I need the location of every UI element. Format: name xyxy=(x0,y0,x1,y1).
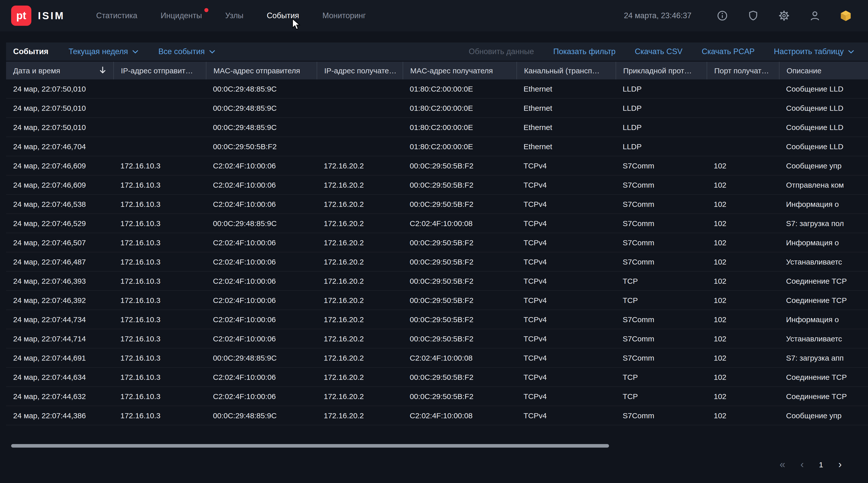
table-cell: C2:02:4F:10:00:06 xyxy=(206,277,317,285)
table-cell: 00:0C:29:50:5B:F2 xyxy=(403,181,517,189)
table-row[interactable]: 24 мар, 22:07:44,632172.16.10.3C2:02:4F:… xyxy=(6,387,868,406)
first-page-button[interactable]: « xyxy=(779,459,785,469)
gear-icon[interactable] xyxy=(777,9,791,23)
table-cell: Сообщение упр xyxy=(779,411,868,420)
table-cell: 172.16.20.2 xyxy=(317,161,403,170)
nav-item-nodes[interactable]: Узлы xyxy=(225,11,243,20)
table-row[interactable]: 24 мар, 22:07:50,01000:0C:29:48:85:9C01:… xyxy=(6,99,868,118)
table-cell: 172.16.20.2 xyxy=(317,411,403,420)
show-filter-button[interactable]: Показать фильтр xyxy=(553,47,616,56)
table-cell: 172.16.10.3 xyxy=(113,392,206,400)
download-csv-button[interactable]: Скачать CSV xyxy=(635,47,683,56)
table-row[interactable]: 24 мар, 22:07:44,734172.16.10.3C2:02:4F:… xyxy=(6,310,868,329)
table-cell: S7Comm xyxy=(616,181,707,189)
table-cell: 00:0C:29:50:5B:F2 xyxy=(403,238,517,247)
info-icon[interactable] xyxy=(715,9,730,23)
table-row[interactable]: 24 мар, 22:07:44,386172.16.10.300:0C:29:… xyxy=(6,406,868,425)
table-row[interactable]: 24 мар, 22:07:50,01000:0C:29:48:85:9C01:… xyxy=(6,118,868,137)
table-cell: 172.16.20.2 xyxy=(317,257,403,266)
table-cell: 00:0C:29:50:5B:F2 xyxy=(403,315,517,324)
nav-item-events[interactable]: События xyxy=(267,11,299,20)
column-header[interactable]: IP-адрес получате… xyxy=(317,62,403,79)
table-cell: 24 мар, 22:07:46,507 xyxy=(6,238,113,247)
table-cell: 00:0C:29:50:5B:F2 xyxy=(403,161,517,170)
pt-logo[interactable]: pt xyxy=(11,6,31,26)
table-cell: 102 xyxy=(707,200,779,208)
table-row[interactable]: 24 мар, 22:07:50,01000:0C:29:48:85:9C01:… xyxy=(6,79,868,99)
table-row[interactable]: 24 мар, 22:07:46,529172.16.10.300:0C:29:… xyxy=(6,214,868,233)
table-cell: C2:02:4F:10:00:06 xyxy=(206,334,317,343)
nav-item-incidents[interactable]: Инциденты xyxy=(161,11,202,20)
column-header-label: MAC-адрес получателя xyxy=(410,66,493,75)
table-row[interactable]: 24 мар, 22:07:46,609172.16.10.3C2:02:4F:… xyxy=(6,175,868,195)
table-cell: 172.16.10.3 xyxy=(113,354,206,362)
table-cell: 102 xyxy=(707,257,779,266)
table-cell: Соединение TCP xyxy=(779,392,868,400)
table-row[interactable]: 24 мар, 22:07:44,714172.16.10.3C2:02:4F:… xyxy=(6,329,868,349)
table-cell: 172.16.10.3 xyxy=(113,411,206,420)
table-cell: LLDP xyxy=(616,85,707,93)
column-header[interactable]: Канальный (трансп… xyxy=(517,62,616,79)
nav-item-label: Узлы xyxy=(225,11,243,20)
nav-item-monitoring[interactable]: Мониторинг xyxy=(322,11,366,20)
table-row[interactable]: 24 мар, 22:07:46,393172.16.10.3C2:02:4F:… xyxy=(6,271,868,291)
table-cell: 24 мар, 22:07:44,386 xyxy=(6,411,113,420)
table-cell: TCP xyxy=(616,277,707,285)
table-row[interactable]: 24 мар, 22:07:46,507172.16.10.3C2:02:4F:… xyxy=(6,233,868,252)
column-header[interactable]: IP-адрес отправит… xyxy=(113,62,206,79)
table-cell: C2:02:4F:10:00:06 xyxy=(206,238,317,247)
column-header[interactable]: Дата и время xyxy=(6,62,113,79)
table-row[interactable]: 24 мар, 22:07:44,691172.16.10.300:0C:29:… xyxy=(6,349,868,368)
column-header[interactable]: Прикладной прот… xyxy=(616,62,707,79)
column-header[interactable]: MAC-адрес отправителя xyxy=(206,62,317,79)
table-cell: 172.16.10.3 xyxy=(113,315,206,324)
package-icon[interactable] xyxy=(839,9,853,23)
table-cell: 00:0C:29:50:5B:F2 xyxy=(206,142,317,151)
table-row[interactable]: 24 мар, 22:07:46,392172.16.10.3C2:02:4F:… xyxy=(6,291,868,310)
download-pcap-button[interactable]: Скачать PCAP xyxy=(702,47,755,56)
column-header[interactable]: Описание xyxy=(779,62,868,79)
table-cell: 172.16.20.2 xyxy=(317,392,403,400)
table-cell: 00:0C:29:50:5B:F2 xyxy=(403,200,517,208)
table-cell: Ethernet xyxy=(517,85,616,93)
refresh-data-button[interactable]: Обновить данные xyxy=(469,47,534,56)
configure-table-dropdown[interactable]: Настроить таблицу xyxy=(774,47,854,56)
horizontal-scrollbar[interactable] xyxy=(11,444,609,448)
table-row[interactable]: 24 мар, 22:07:46,609172.16.10.3C2:02:4F:… xyxy=(6,156,868,175)
table-cell: Ethernet xyxy=(517,142,616,151)
table-cell: C2:02:4F:10:00:06 xyxy=(206,181,317,189)
period-dropdown[interactable]: Текущая неделя xyxy=(68,47,138,56)
table-cell: TCP xyxy=(616,392,707,400)
next-page-button[interactable]: › xyxy=(838,459,842,469)
table-cell: TCPv4 xyxy=(517,219,616,228)
nav-item-label: События xyxy=(267,11,299,20)
table-cell: S7Comm xyxy=(616,354,707,362)
table-row[interactable]: 24 мар, 22:07:46,70400:0C:29:50:5B:F201:… xyxy=(6,137,868,156)
prev-page-button[interactable]: ‹ xyxy=(801,459,804,469)
event-type-dropdown[interactable]: Все события xyxy=(158,47,215,56)
table-cell: S7Comm xyxy=(616,161,707,170)
table-cell: Сообщение LLD xyxy=(779,142,868,151)
main-nav: СтатистикаИнцидентыУзлыСобытияМониторинг xyxy=(96,11,366,20)
chevron-down-icon xyxy=(209,50,215,53)
table-row[interactable]: 24 мар, 22:07:44,634172.16.10.3C2:02:4F:… xyxy=(6,368,868,387)
table-cell: TCPv4 xyxy=(517,238,616,247)
column-header[interactable]: Порт получат… xyxy=(707,62,779,79)
table-cell: S7: загрузка апп xyxy=(779,354,868,362)
nav-item-label: Инциденты xyxy=(161,11,202,20)
user-icon[interactable] xyxy=(808,9,822,23)
shield-icon[interactable] xyxy=(746,9,760,23)
table-cell: 00:0C:29:50:5B:F2 xyxy=(403,392,517,400)
table-row[interactable]: 24 мар, 22:07:46,487172.16.10.3C2:02:4F:… xyxy=(6,252,868,271)
nav-item-statistics[interactable]: Статистика xyxy=(96,11,137,20)
table-cell: 102 xyxy=(707,277,779,285)
table-cell: 102 xyxy=(707,354,779,362)
column-header-label: Дата и время xyxy=(13,66,60,75)
table-row[interactable]: 24 мар, 22:07:46,538172.16.10.3C2:02:4F:… xyxy=(6,195,868,214)
table-cell: S7Comm xyxy=(616,315,707,324)
table-cell: 172.16.20.2 xyxy=(317,238,403,247)
column-header[interactable]: MAC-адрес получателя xyxy=(403,62,517,79)
table-cell: Ethernet xyxy=(517,104,616,112)
pagination: « ‹ 1 › xyxy=(779,459,842,469)
table-cell: 24 мар, 22:07:46,392 xyxy=(6,296,113,304)
